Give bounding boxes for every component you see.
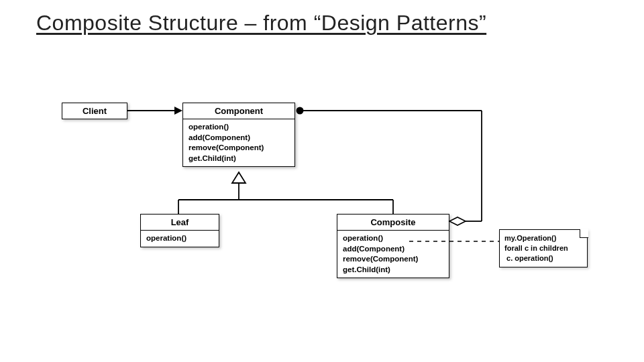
note-line: forall c in children <box>504 243 582 253</box>
note-line: c. operation() <box>504 253 582 263</box>
uml-note: my.Operation() forall c in children c. o… <box>499 229 588 267</box>
class-operations: operation() <box>141 231 219 247</box>
class-client: Client <box>62 103 127 119</box>
svg-point-11 <box>297 107 304 115</box>
operation: remove(Component) <box>343 254 443 265</box>
class-name: Leaf <box>141 215 219 231</box>
page-title: Composite Structure – from “Design Patte… <box>36 11 486 36</box>
class-leaf: Leaf operation() <box>140 214 219 247</box>
svg-marker-2 <box>232 172 246 183</box>
operation: add(Component) <box>189 133 289 143</box>
operation: add(Component) <box>343 244 443 255</box>
diagram-edges <box>0 0 644 362</box>
note-line: my.Operation() <box>504 233 582 243</box>
class-component: Component operation() add(Component) rem… <box>182 103 295 167</box>
diagram-canvas: Composite Structure – from “Design Patte… <box>0 0 644 362</box>
class-operations: operation() add(Component) remove(Compon… <box>183 119 294 166</box>
operation: operation() <box>189 122 289 133</box>
svg-marker-7 <box>449 217 466 225</box>
class-name: Composite <box>337 215 449 231</box>
class-name: Component <box>183 103 294 119</box>
operation: get.Child(int) <box>189 154 289 164</box>
svg-marker-1 <box>174 107 182 115</box>
operation: operation() <box>146 233 213 244</box>
class-name: Client <box>62 103 127 119</box>
title-text: Composite Structure – from “Design Patte… <box>36 11 486 35</box>
class-operations: operation() add(Component) remove(Compon… <box>337 231 449 278</box>
operation: get.Child(int) <box>343 265 443 276</box>
class-composite: Composite operation() add(Component) rem… <box>337 214 449 278</box>
operation: remove(Component) <box>189 143 289 154</box>
operation: operation() <box>343 233 443 244</box>
